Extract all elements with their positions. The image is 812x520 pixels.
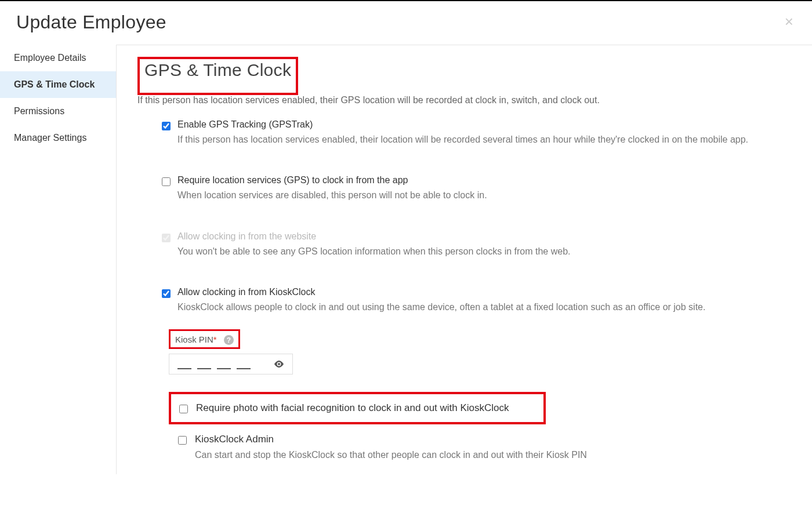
checkbox-require-photo[interactable] (179, 405, 188, 413)
sidebar-item-employee-details[interactable]: Employee Details (0, 45, 116, 71)
pin-digit-4 (237, 359, 251, 369)
sidebar-item-manager-settings[interactable]: Manager Settings (0, 125, 116, 151)
modal-title: Update Employee (16, 12, 166, 33)
option-allow-kiosk: Allow clocking in from KioskClock KioskC… (162, 287, 793, 463)
checkbox-allow-website (162, 234, 171, 242)
label-require-photo: Require photo with facial recognition to… (196, 402, 534, 414)
section-title: GPS & Time Clock (144, 60, 291, 80)
desc-require-gps: When location services are disabled, thi… (177, 188, 793, 203)
option-allow-website: Allow clocking in from the website You w… (162, 231, 793, 259)
option-require-gps: Require location services (GPS) to clock… (162, 175, 793, 203)
content-pane: GPS & Time Clock If this person has loca… (116, 45, 812, 474)
label-kiosk-admin: KioskClock Admin (195, 434, 793, 445)
required-indicator: * (213, 334, 217, 344)
pin-digit-3 (217, 359, 231, 369)
sidebar-item-permissions[interactable]: Permissions (0, 98, 116, 125)
eye-icon[interactable] (274, 359, 284, 369)
label-require-gps: Require location services (GPS) to clock… (177, 175, 793, 186)
checkbox-gps-tracking[interactable] (162, 122, 171, 130)
desc-allow-website: You won't be able to see any GPS locatio… (177, 244, 793, 259)
sidebar: Employee Details GPS & Time Clock Permis… (0, 45, 116, 474)
help-icon[interactable]: ? (224, 335, 234, 345)
highlight-require-photo: Require photo with facial recognition to… (169, 392, 546, 424)
highlight-kiosk-pin: Kiosk PIN* ? (169, 329, 240, 350)
checkbox-kiosk-admin[interactable] (178, 436, 187, 445)
desc-allow-kiosk: KioskClock allows people to clock in and… (177, 300, 793, 315)
pin-slots (177, 359, 251, 369)
pin-digit-2 (197, 359, 211, 369)
desc-kiosk-admin: Can start and stop the KioskClock so tha… (195, 448, 793, 463)
modal-body: Employee Details GPS & Time Clock Permis… (0, 45, 812, 474)
pin-digit-1 (177, 359, 191, 369)
svg-point-0 (278, 363, 280, 365)
modal-header: Update Employee × (0, 1, 812, 45)
label-allow-website: Allow clocking in from the website (177, 231, 793, 242)
checkbox-require-gps[interactable] (162, 177, 171, 186)
label-gps-tracking: Enable GPS Tracking (GPSTrak) (177, 119, 793, 130)
option-gps-tracking: Enable GPS Tracking (GPSTrak) If this pe… (162, 119, 793, 147)
sidebar-item-gps-time-clock[interactable]: GPS & Time Clock (0, 71, 116, 98)
close-icon[interactable]: × (782, 12, 796, 31)
highlight-section-title: GPS & Time Clock (137, 57, 298, 95)
section-description: If this person has location services ena… (137, 95, 793, 106)
kiosk-pin-input[interactable] (169, 354, 293, 374)
desc-gps-tracking: If this person has location services ena… (177, 132, 793, 147)
checkbox-allow-kiosk[interactable] (162, 289, 171, 298)
label-allow-kiosk: Allow clocking in from KioskClock (177, 287, 793, 297)
label-kiosk-pin: Kiosk PIN (175, 334, 213, 344)
